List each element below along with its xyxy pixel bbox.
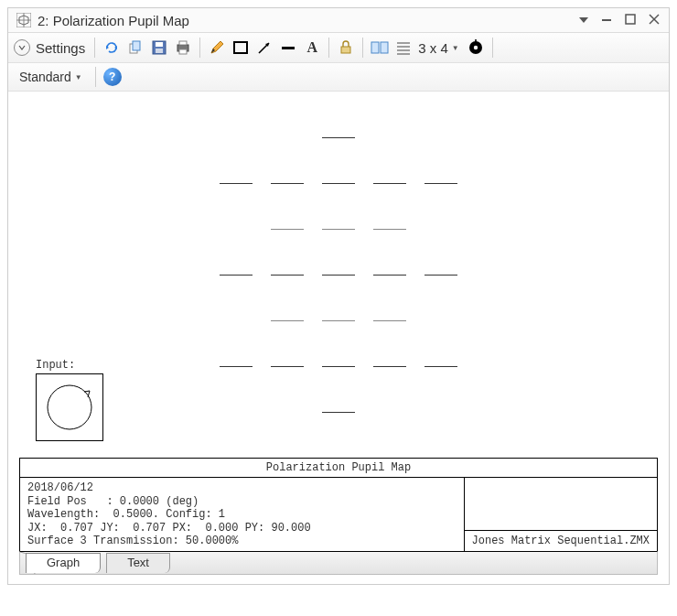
svg-rect-16 xyxy=(179,41,187,45)
separator xyxy=(362,38,363,58)
info-right-blank xyxy=(465,478,657,531)
minimize-button[interactable] xyxy=(599,14,614,27)
tab-text[interactable]: Text xyxy=(106,553,170,573)
input-indicator: Input: xyxy=(36,359,103,441)
toolbar-secondary: Standard ▼ ? xyxy=(8,63,669,92)
separator xyxy=(95,67,96,87)
window-layout-button[interactable] xyxy=(369,37,391,59)
separator xyxy=(94,38,95,58)
titlebar: 2: Polarization Pupil Map xyxy=(8,8,669,33)
pencil-tool[interactable] xyxy=(206,37,228,59)
tab-label: Graph xyxy=(47,556,80,569)
close-button[interactable] xyxy=(647,14,661,27)
toolbar-main: Settings A xyxy=(8,33,669,63)
text-tool[interactable]: A xyxy=(301,37,323,59)
svg-rect-23 xyxy=(282,47,295,49)
settings-label[interactable]: Settings xyxy=(36,40,85,56)
svg-rect-14 xyxy=(156,49,163,53)
layout-size-label[interactable]: 3 x 4 xyxy=(418,40,448,56)
layout-dropdown-caret[interactable]: ▼ xyxy=(452,44,459,52)
svg-rect-11 xyxy=(133,41,140,50)
svg-marker-3 xyxy=(579,17,588,23)
view-mode-dropdown[interactable]: Standard ▼ xyxy=(14,68,88,86)
tab-strip: Graph Text xyxy=(19,551,658,575)
target-button[interactable] xyxy=(465,37,487,59)
input-label: Input: xyxy=(36,359,75,372)
svg-rect-20 xyxy=(234,42,247,53)
grid-layout-button[interactable] xyxy=(392,37,414,59)
svg-rect-17 xyxy=(179,49,187,54)
chevron-down-icon: ▼ xyxy=(75,73,82,81)
svg-rect-33 xyxy=(475,39,477,42)
info-filename: Jones Matrix Sequential.ZMX xyxy=(465,531,657,551)
separator xyxy=(492,38,493,58)
info-panel: Polarization Pupil Map 2018/06/12 Field … xyxy=(19,458,658,551)
info-params: 2018/06/12 Field Pos : 0.0000 (deg) Wave… xyxy=(20,478,465,551)
window-controls xyxy=(577,14,661,27)
svg-rect-25 xyxy=(371,42,379,53)
info-right: Jones Matrix Sequential.ZMX xyxy=(465,478,657,551)
rectangle-tool[interactable] xyxy=(230,37,252,59)
window-title: 2: Polarization Pupil Map xyxy=(38,13,577,28)
lock-tool[interactable] xyxy=(335,37,357,59)
save-button[interactable] xyxy=(148,37,170,59)
svg-rect-4 xyxy=(602,19,611,21)
svg-rect-26 xyxy=(381,42,388,53)
view-mode-label: Standard xyxy=(19,70,71,84)
window-root: 2: Polarization Pupil Map Settings xyxy=(7,7,670,585)
refresh-button[interactable] xyxy=(101,37,123,59)
expand-settings-button[interactable] xyxy=(14,39,30,56)
svg-rect-24 xyxy=(341,47,350,53)
separator xyxy=(199,38,200,58)
window-options-button[interactable] xyxy=(577,14,590,27)
maximize-button[interactable] xyxy=(623,14,638,27)
svg-point-32 xyxy=(473,46,477,49)
line-weight-tool[interactable] xyxy=(277,37,299,59)
separator xyxy=(328,38,329,58)
copy-button[interactable] xyxy=(124,37,146,59)
plot-canvas[interactable]: Input: xyxy=(8,92,669,458)
app-icon xyxy=(16,12,32,28)
line-arrow-tool[interactable] xyxy=(253,37,275,59)
print-button[interactable] xyxy=(172,37,194,59)
tab-graph[interactable]: Graph xyxy=(26,553,101,573)
tab-label: Text xyxy=(127,556,149,569)
svg-rect-13 xyxy=(156,42,163,47)
pupil-grid xyxy=(159,114,518,435)
help-button[interactable]: ? xyxy=(103,68,122,86)
input-polarization-icon xyxy=(36,373,103,441)
info-title: Polarization Pupil Map xyxy=(20,459,657,478)
svg-rect-5 xyxy=(626,15,635,24)
